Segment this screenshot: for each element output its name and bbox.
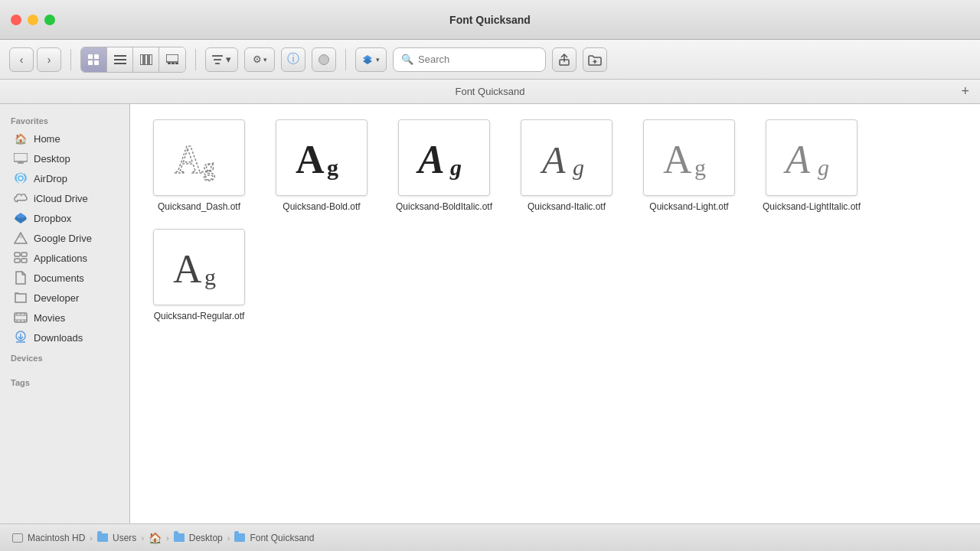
sidebar-item-developer[interactable]: Developer — [3, 288, 126, 308]
svg-text:A: A — [173, 247, 202, 291]
file-name-lightitalic: Quicksand-LightItalic.otf — [763, 201, 861, 214]
svg-rect-16 — [215, 63, 220, 64]
svg-rect-1 — [94, 54, 99, 59]
svg-rect-15 — [214, 59, 221, 60]
dropbox-arrow-icon: ▾ — [376, 56, 380, 64]
svg-rect-3 — [94, 60, 99, 65]
view-cover-button[interactable] — [159, 47, 185, 72]
back-button[interactable]: ‹ — [9, 47, 34, 72]
sidebar-item-downloads[interactable]: Downloads — [3, 328, 126, 347]
toolbar-separator-3 — [345, 49, 346, 70]
file-item-lightitalic[interactable]: A g Quicksand-LightItalic.otf — [758, 119, 865, 214]
maximize-button[interactable] — [44, 15, 55, 25]
forward-button[interactable]: › — [37, 47, 61, 72]
status-bar: Macintosh HD › Users › 🏠 › Desktop › Fon… — [0, 523, 980, 551]
view-switcher — [80, 47, 186, 73]
breadcrumb-arrow-1: › — [90, 533, 93, 543]
svg-text:g: g — [818, 155, 829, 180]
sidebar-item-movies[interactable]: Movies — [3, 308, 126, 328]
sidebar-label-gdrive: Google Drive — [34, 233, 92, 244]
tag-icon — [318, 54, 329, 65]
airdrop-icon — [14, 171, 28, 185]
svg-rect-33 — [15, 253, 20, 256]
file-area: A g Quicksand_Dash.otf A g Quicksand-Bol… — [130, 104, 980, 523]
sidebar-item-icloud[interactable]: iCloud Drive — [3, 188, 126, 208]
file-item-light[interactable]: A g Quicksand-Light.otf — [635, 119, 743, 214]
file-item-bold[interactable]: A g Quicksand-Bold.otf — [268, 119, 375, 214]
file-icon-lightitalic: A g — [766, 119, 858, 196]
sidebar-label-downloads: Downloads — [34, 332, 83, 344]
file-name-italic: Quicksand-Italic.otf — [528, 201, 606, 214]
path-plus-button[interactable]: + — [961, 83, 969, 99]
sidebar-item-apps[interactable]: Applications — [3, 248, 126, 268]
nav-buttons: ‹ › — [9, 47, 61, 72]
view-icon-button[interactable] — [81, 47, 107, 72]
breadcrumb-arrow-4: › — [227, 533, 230, 543]
desktop-folder-icon — [174, 533, 185, 542]
file-item-italic[interactable]: A g Quicksand-Italic.otf — [513, 119, 620, 214]
svg-rect-7 — [140, 54, 143, 65]
home-icon: 🏠 — [14, 132, 28, 145]
gdrive-icon — [14, 231, 28, 245]
favorites-header: Favorites — [0, 110, 129, 129]
info-icon: ⓘ — [287, 51, 299, 67]
svg-text:A: A — [175, 138, 204, 181]
tag-button[interactable] — [312, 47, 336, 72]
toolbar-separator-1 — [70, 49, 71, 70]
svg-text:g: g — [449, 155, 462, 180]
file-item-bolditalic[interactable]: A g Quicksand-BoldItalic.otf — [390, 119, 498, 214]
file-icon-dash: A g — [153, 119, 245, 196]
svg-rect-35 — [15, 259, 20, 262]
file-name-bolditalic: Quicksand-BoldItalic.otf — [396, 201, 492, 214]
sidebar-item-desktop[interactable]: Desktop — [3, 148, 126, 168]
close-button[interactable] — [11, 15, 21, 25]
users-folder-icon — [97, 533, 108, 542]
svg-rect-14 — [212, 55, 223, 57]
title-bar: Font Quicksand — [0, 0, 980, 40]
file-name-dash: Quicksand_Dash.otf — [158, 201, 240, 214]
file-item-regular[interactable]: A g Quicksand-Regular.otf — [145, 229, 253, 323]
arrange-arrow: ▾ — [226, 54, 231, 65]
breadcrumb-hdd-label: Macintosh HD — [28, 533, 85, 543]
sidebar: Favorites 🏠 Home Desktop — [0, 104, 130, 523]
svg-text:A: A — [783, 138, 810, 181]
view-column-button[interactable] — [133, 47, 159, 72]
file-name-regular: Quicksand-Regular.otf — [154, 310, 245, 323]
home-icon: 🏠 — [149, 532, 162, 544]
sidebar-item-gdrive[interactable]: Google Drive — [3, 228, 126, 248]
sidebar-item-airdrop[interactable]: AirDrop — [3, 168, 126, 188]
icloud-icon — [14, 191, 28, 205]
breadcrumb-arrow-3: › — [166, 533, 169, 543]
info-button[interactable]: ⓘ — [281, 47, 305, 72]
breadcrumb-arrow-2: › — [141, 533, 144, 543]
sidebar-item-home[interactable]: 🏠 Home — [3, 129, 126, 148]
file-icon-light: A g — [643, 119, 735, 196]
arrange-button[interactable]: ▾ — [205, 47, 238, 72]
action-button[interactable]: ⚙ ▾ — [244, 47, 275, 72]
svg-rect-5 — [114, 59, 126, 60]
dropbox-sidebar-icon — [14, 211, 28, 225]
svg-text:A: A — [663, 138, 692, 181]
file-name-bold: Quicksand-Bold.otf — [283, 201, 360, 214]
view-list-button[interactable] — [107, 47, 133, 72]
breadcrumb-font-label: Font Quicksand — [250, 533, 314, 543]
file-item-dash[interactable]: A g Quicksand_Dash.otf — [145, 119, 253, 214]
svg-text:g: g — [694, 155, 706, 180]
dropbox-button[interactable]: ▾ — [355, 47, 387, 72]
svg-text:g: g — [203, 153, 215, 181]
desktop-icon — [14, 152, 28, 165]
svg-rect-11 — [168, 63, 171, 64]
svg-marker-18 — [363, 58, 372, 64]
file-icon-regular: A g — [153, 229, 245, 305]
hdd-icon — [12, 533, 23, 543]
sidebar-item-dropbox[interactable]: Dropbox — [3, 208, 126, 228]
share-button[interactable] — [552, 47, 577, 72]
new-folder-button[interactable] — [583, 47, 607, 72]
minimize-button[interactable] — [28, 15, 38, 25]
search-box[interactable]: 🔍 — [393, 47, 546, 72]
main-content: Favorites 🏠 Home Desktop — [0, 104, 980, 523]
downloads-icon — [14, 331, 28, 344]
sidebar-label-airdrop: AirDrop — [34, 173, 67, 184]
search-input[interactable] — [418, 54, 537, 65]
sidebar-item-documents[interactable]: Documents — [3, 268, 126, 288]
